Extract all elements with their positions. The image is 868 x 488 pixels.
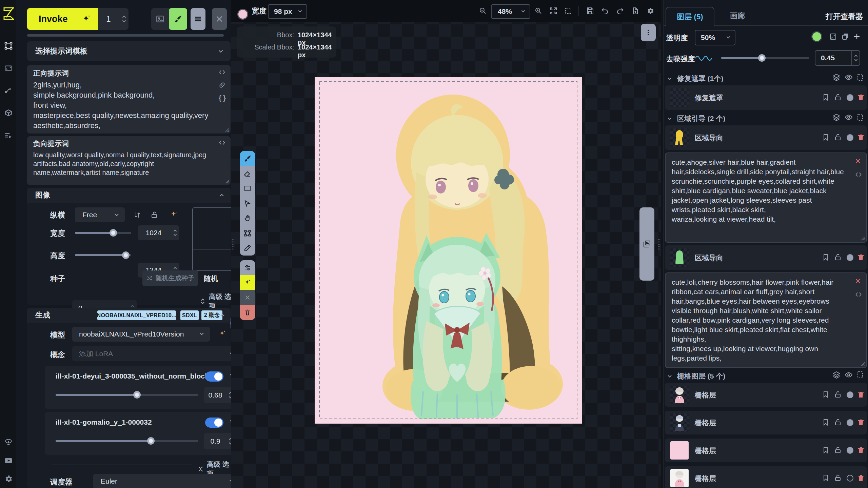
model-badge[interactable]: NOOBAIXLNAIXL_VPRED10...	[97, 310, 176, 320]
negative-prompt-text[interactable]: low quality,worst quality,norma l qualit…	[33, 150, 218, 177]
tool-pan-button[interactable]	[240, 211, 255, 226]
resize-handle-icon[interactable]	[224, 127, 229, 132]
layer-enabled-indicator[interactable]	[847, 475, 853, 482]
invoke-button[interactable]: Invoke	[27, 8, 98, 30]
layer-row-raster[interactable]: 栅格层	[665, 466, 867, 488]
lock-open-icon[interactable]	[834, 253, 842, 261]
layer-enabled-indicator[interactable]	[847, 419, 853, 426]
layer-thumbnail[interactable]	[670, 386, 689, 404]
region-prompt-textarea-2[interactable]: cute,loli,cherry blossoms,hair flower,pi…	[665, 272, 867, 368]
code-icon[interactable]	[218, 68, 226, 76]
layer-name[interactable]: 栅格层	[695, 418, 716, 428]
stepper-chevrons-icon[interactable]	[122, 8, 126, 30]
trash-icon[interactable]	[857, 418, 865, 426]
positive-prompt-text[interactable]: 2girls,yuri,hug, simple background,pink …	[33, 80, 210, 131]
layer-name[interactable]: 栅格层	[695, 474, 716, 483]
lock-open-icon[interactable]	[834, 133, 842, 141]
chevron-up-icon[interactable]	[218, 192, 225, 199]
panel-scrollbar[interactable]	[27, 34, 224, 37]
layer-name[interactable]: 区域导向	[695, 253, 723, 263]
height-slider[interactable]	[75, 254, 131, 256]
undo-icon[interactable]	[601, 7, 609, 15]
link-icon[interactable]	[218, 81, 226, 89]
lock-open-icon[interactable]	[834, 418, 842, 426]
tool-move-button[interactable]	[240, 196, 255, 211]
bookmark-icon[interactable]	[822, 446, 830, 454]
brush-color-swatch[interactable]	[237, 9, 248, 20]
tool-transform-button[interactable]	[240, 226, 255, 241]
width-slider[interactable]	[75, 232, 131, 234]
inpaint-group-header[interactable]: 修复遮罩 (1个)	[666, 74, 724, 83]
tool-colorpicker-button[interactable]	[240, 241, 255, 256]
code-icon[interactable]	[855, 171, 862, 178]
lock-open-icon[interactable]	[834, 474, 842, 482]
add-layer-icon[interactable]	[853, 33, 861, 41]
brush-width-select[interactable]: 98 px	[268, 4, 307, 19]
sidebar-item-settings[interactable]	[4, 474, 13, 483]
image-section-header[interactable]: 图像	[27, 188, 231, 203]
layer-name[interactable]: 栅格层	[695, 446, 716, 455]
cancel-queue-button[interactable]	[212, 8, 227, 30]
menu-button[interactable]	[191, 8, 205, 30]
zoom-in-icon[interactable]	[534, 7, 542, 15]
fit-layer-icon[interactable]	[829, 33, 837, 41]
sidebar-item-upscaling[interactable]	[4, 64, 13, 73]
bookmark-icon[interactable]	[822, 418, 830, 426]
lora-weight-slider[interactable]	[56, 394, 198, 396]
arch-badge[interactable]: SDXL	[180, 310, 199, 320]
layer-row-raster[interactable]: 栅格层	[665, 439, 867, 462]
layer-name[interactable]: 区域导向	[695, 133, 723, 143]
lock-open-icon[interactable]	[834, 93, 842, 101]
sidebar-item-videos[interactable]	[4, 456, 13, 465]
negative-prompt-box[interactable]: 负向提示词 low quality,worst quality,norma l …	[27, 136, 231, 185]
delete-prompt-icon[interactable]	[854, 277, 862, 285]
bookmark-icon[interactable]	[822, 93, 830, 101]
lock-open-icon[interactable]	[150, 211, 158, 219]
trash-icon[interactable]	[857, 133, 865, 141]
layer-enabled-indicator[interactable]	[847, 447, 853, 454]
tool-eraser-button[interactable]	[240, 166, 255, 181]
canvas-menu-button[interactable]	[641, 24, 656, 41]
trash-icon[interactable]	[857, 474, 865, 482]
save-icon[interactable]	[586, 7, 594, 15]
tab-gallery[interactable]: 画廊	[713, 7, 762, 25]
queue-count-stepper[interactable]: 1	[98, 8, 129, 30]
canvas-mode-button[interactable]	[169, 8, 187, 30]
lora-weight-stepper[interactable]: 0.68	[204, 387, 235, 403]
denoise-stepper[interactable]: 0.45	[815, 50, 860, 66]
randomize-seed-button[interactable]: 随机生成种子	[142, 270, 198, 286]
layer-row-raster[interactable]: 栅格层	[665, 411, 867, 434]
duplicate-layer-icon[interactable]	[841, 33, 849, 41]
lora-weight-slider[interactable]	[56, 440, 198, 442]
width-stepper[interactable]: 1024	[138, 225, 179, 240]
trash-icon[interactable]	[857, 446, 865, 454]
lora-enabled-toggle[interactable]	[205, 371, 223, 382]
resize-handle-icon[interactable]	[860, 235, 865, 241]
right-divider-grip[interactable]	[658, 239, 660, 250]
denoise-slider[interactable]	[721, 57, 809, 59]
left-divider-grip[interactable]	[232, 239, 235, 250]
opacity-select[interactable]: 50%	[695, 30, 735, 45]
tool-brush-button[interactable]	[240, 151, 255, 166]
bookmark-icon[interactable]	[822, 474, 830, 482]
prompt-template-selector[interactable]: 选择提示词模板	[27, 41, 231, 61]
braces-icon[interactable]: { }	[219, 94, 226, 102]
layer-enabled-indicator[interactable]	[847, 94, 853, 101]
bookmark-icon[interactable]	[822, 253, 830, 261]
eye-icon[interactable]	[845, 73, 853, 81]
eye-icon[interactable]	[845, 113, 853, 121]
open-viewer-link[interactable]: 打开查看器	[826, 12, 863, 22]
region-prompt-textarea-1[interactable]: cute,ahoge,silver hair,blue hair,gradien…	[665, 152, 867, 243]
sidebar-item-models[interactable]	[4, 108, 13, 117]
layer-thumbnail[interactable]	[670, 441, 689, 460]
layer-row-inpaint[interactable]: 修复遮罩	[665, 85, 867, 110]
canvas-invoke-button[interactable]	[240, 275, 255, 290]
tool-rectangle-button[interactable]	[240, 181, 255, 196]
stepper-chevrons-icon[interactable]	[173, 225, 177, 240]
canvas-delete-button[interactable]	[240, 305, 255, 320]
code-icon[interactable]	[218, 139, 226, 146]
bookmark-icon[interactable]	[822, 133, 830, 141]
generation-section-header[interactable]: 生成 NOOBAIXLNAIXL_VPRED10... SDXL 2 概念	[27, 308, 231, 323]
raster-group-header[interactable]: 栅格图层 (5 个)	[666, 371, 725, 381]
lock-open-icon[interactable]	[834, 446, 842, 454]
